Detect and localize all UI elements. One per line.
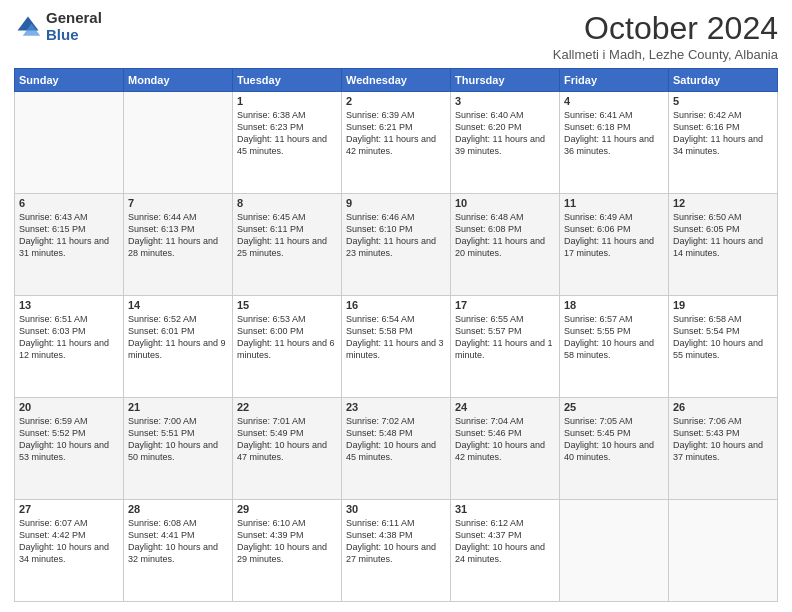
header-thursday: Thursday (451, 69, 560, 92)
week-row-5: 27Sunrise: 6:07 AM Sunset: 4:42 PM Dayli… (15, 500, 778, 602)
calendar-cell-w1-d7: 5Sunrise: 6:42 AM Sunset: 6:16 PM Daylig… (669, 92, 778, 194)
calendar-cell-w4-d2: 21Sunrise: 7:00 AM Sunset: 5:51 PM Dayli… (124, 398, 233, 500)
calendar-cell-w1-d4: 2Sunrise: 6:39 AM Sunset: 6:21 PM Daylig… (342, 92, 451, 194)
day-info: Sunrise: 6:08 AM Sunset: 4:41 PM Dayligh… (128, 517, 228, 566)
calendar-cell-w3-d1: 13Sunrise: 6:51 AM Sunset: 6:03 PM Dayli… (15, 296, 124, 398)
day-info: Sunrise: 6:51 AM Sunset: 6:03 PM Dayligh… (19, 313, 119, 362)
week-row-3: 13Sunrise: 6:51 AM Sunset: 6:03 PM Dayli… (15, 296, 778, 398)
day-number: 11 (564, 197, 664, 209)
calendar-cell-w2-d2: 7Sunrise: 6:44 AM Sunset: 6:13 PM Daylig… (124, 194, 233, 296)
calendar-cell-w3-d4: 16Sunrise: 6:54 AM Sunset: 5:58 PM Dayli… (342, 296, 451, 398)
day-number: 7 (128, 197, 228, 209)
day-info: Sunrise: 6:53 AM Sunset: 6:00 PM Dayligh… (237, 313, 337, 362)
day-info: Sunrise: 7:06 AM Sunset: 5:43 PM Dayligh… (673, 415, 773, 464)
day-number: 9 (346, 197, 446, 209)
calendar-cell-w5-d1: 27Sunrise: 6:07 AM Sunset: 4:42 PM Dayli… (15, 500, 124, 602)
day-number: 23 (346, 401, 446, 413)
day-number: 30 (346, 503, 446, 515)
logo-icon (14, 13, 42, 41)
day-number: 17 (455, 299, 555, 311)
title-area: October 2024 Kallmeti i Madh, Lezhe Coun… (553, 10, 778, 62)
day-number: 31 (455, 503, 555, 515)
day-info: Sunrise: 6:43 AM Sunset: 6:15 PM Dayligh… (19, 211, 119, 260)
location-subtitle: Kallmeti i Madh, Lezhe County, Albania (553, 47, 778, 62)
calendar-page: General Blue October 2024 Kallmeti i Mad… (0, 0, 792, 612)
day-number: 24 (455, 401, 555, 413)
calendar-cell-w4-d1: 20Sunrise: 6:59 AM Sunset: 5:52 PM Dayli… (15, 398, 124, 500)
day-number: 20 (19, 401, 119, 413)
day-info: Sunrise: 6:10 AM Sunset: 4:39 PM Dayligh… (237, 517, 337, 566)
calendar-cell-w1-d2 (124, 92, 233, 194)
month-title: October 2024 (553, 10, 778, 47)
day-info: Sunrise: 6:50 AM Sunset: 6:05 PM Dayligh… (673, 211, 773, 260)
day-info: Sunrise: 6:42 AM Sunset: 6:16 PM Dayligh… (673, 109, 773, 158)
calendar-table: Sunday Monday Tuesday Wednesday Thursday… (14, 68, 778, 602)
day-info: Sunrise: 6:52 AM Sunset: 6:01 PM Dayligh… (128, 313, 228, 362)
day-info: Sunrise: 6:39 AM Sunset: 6:21 PM Dayligh… (346, 109, 446, 158)
day-info: Sunrise: 6:12 AM Sunset: 4:37 PM Dayligh… (455, 517, 555, 566)
logo: General Blue (14, 10, 102, 43)
calendar-cell-w1-d1 (15, 92, 124, 194)
day-number: 22 (237, 401, 337, 413)
day-info: Sunrise: 6:07 AM Sunset: 4:42 PM Dayligh… (19, 517, 119, 566)
calendar-cell-w2-d1: 6Sunrise: 6:43 AM Sunset: 6:15 PM Daylig… (15, 194, 124, 296)
day-number: 19 (673, 299, 773, 311)
day-info: Sunrise: 6:54 AM Sunset: 5:58 PM Dayligh… (346, 313, 446, 362)
day-info: Sunrise: 7:04 AM Sunset: 5:46 PM Dayligh… (455, 415, 555, 464)
logo-general-text: General (46, 10, 102, 27)
day-info: Sunrise: 6:57 AM Sunset: 5:55 PM Dayligh… (564, 313, 664, 362)
header-tuesday: Tuesday (233, 69, 342, 92)
calendar-cell-w3-d7: 19Sunrise: 6:58 AM Sunset: 5:54 PM Dayli… (669, 296, 778, 398)
day-number: 6 (19, 197, 119, 209)
day-info: Sunrise: 6:55 AM Sunset: 5:57 PM Dayligh… (455, 313, 555, 362)
day-number: 13 (19, 299, 119, 311)
calendar-cell-w2-d7: 12Sunrise: 6:50 AM Sunset: 6:05 PM Dayli… (669, 194, 778, 296)
calendar-cell-w3-d6: 18Sunrise: 6:57 AM Sunset: 5:55 PM Dayli… (560, 296, 669, 398)
day-number: 12 (673, 197, 773, 209)
day-info: Sunrise: 6:44 AM Sunset: 6:13 PM Dayligh… (128, 211, 228, 260)
calendar-cell-w2-d6: 11Sunrise: 6:49 AM Sunset: 6:06 PM Dayli… (560, 194, 669, 296)
day-number: 16 (346, 299, 446, 311)
calendar-cell-w2-d3: 8Sunrise: 6:45 AM Sunset: 6:11 PM Daylig… (233, 194, 342, 296)
logo-blue-text: Blue (46, 27, 102, 44)
header-sunday: Sunday (15, 69, 124, 92)
calendar-cell-w1-d3: 1Sunrise: 6:38 AM Sunset: 6:23 PM Daylig… (233, 92, 342, 194)
day-number: 28 (128, 503, 228, 515)
day-number: 25 (564, 401, 664, 413)
day-info: Sunrise: 6:58 AM Sunset: 5:54 PM Dayligh… (673, 313, 773, 362)
day-info: Sunrise: 6:45 AM Sunset: 6:11 PM Dayligh… (237, 211, 337, 260)
day-number: 5 (673, 95, 773, 107)
day-info: Sunrise: 7:05 AM Sunset: 5:45 PM Dayligh… (564, 415, 664, 464)
day-info: Sunrise: 7:00 AM Sunset: 5:51 PM Dayligh… (128, 415, 228, 464)
day-info: Sunrise: 6:46 AM Sunset: 6:10 PM Dayligh… (346, 211, 446, 260)
calendar-cell-w3-d3: 15Sunrise: 6:53 AM Sunset: 6:00 PM Dayli… (233, 296, 342, 398)
calendar-cell-w3-d5: 17Sunrise: 6:55 AM Sunset: 5:57 PM Dayli… (451, 296, 560, 398)
day-number: 29 (237, 503, 337, 515)
calendar-cell-w4-d5: 24Sunrise: 7:04 AM Sunset: 5:46 PM Dayli… (451, 398, 560, 500)
calendar-cell-w3-d2: 14Sunrise: 6:52 AM Sunset: 6:01 PM Dayli… (124, 296, 233, 398)
calendar-cell-w5-d4: 30Sunrise: 6:11 AM Sunset: 4:38 PM Dayli… (342, 500, 451, 602)
day-info: Sunrise: 6:59 AM Sunset: 5:52 PM Dayligh… (19, 415, 119, 464)
day-number: 15 (237, 299, 337, 311)
day-number: 26 (673, 401, 773, 413)
week-row-1: 1Sunrise: 6:38 AM Sunset: 6:23 PM Daylig… (15, 92, 778, 194)
day-info: Sunrise: 6:40 AM Sunset: 6:20 PM Dayligh… (455, 109, 555, 158)
weekday-header-row: Sunday Monday Tuesday Wednesday Thursday… (15, 69, 778, 92)
calendar-cell-w2-d4: 9Sunrise: 6:46 AM Sunset: 6:10 PM Daylig… (342, 194, 451, 296)
day-number: 14 (128, 299, 228, 311)
day-info: Sunrise: 7:02 AM Sunset: 5:48 PM Dayligh… (346, 415, 446, 464)
day-number: 10 (455, 197, 555, 209)
day-number: 1 (237, 95, 337, 107)
calendar-cell-w5-d7 (669, 500, 778, 602)
calendar-cell-w5-d6 (560, 500, 669, 602)
day-number: 27 (19, 503, 119, 515)
day-number: 18 (564, 299, 664, 311)
week-row-2: 6Sunrise: 6:43 AM Sunset: 6:15 PM Daylig… (15, 194, 778, 296)
calendar-cell-w5-d2: 28Sunrise: 6:08 AM Sunset: 4:41 PM Dayli… (124, 500, 233, 602)
day-number: 3 (455, 95, 555, 107)
header-wednesday: Wednesday (342, 69, 451, 92)
header-monday: Monday (124, 69, 233, 92)
day-info: Sunrise: 6:41 AM Sunset: 6:18 PM Dayligh… (564, 109, 664, 158)
calendar-cell-w5-d3: 29Sunrise: 6:10 AM Sunset: 4:39 PM Dayli… (233, 500, 342, 602)
day-info: Sunrise: 6:38 AM Sunset: 6:23 PM Dayligh… (237, 109, 337, 158)
